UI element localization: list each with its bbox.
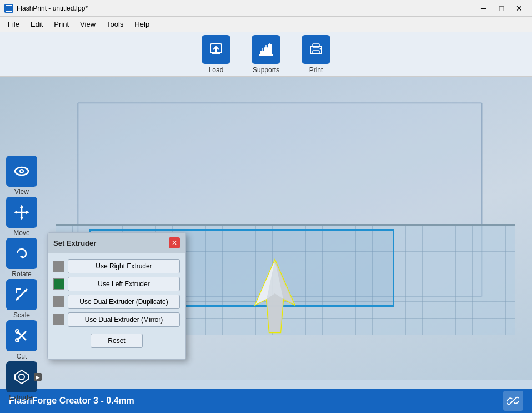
supports-label: Supports: [253, 66, 279, 74]
supports-icon: [252, 35, 280, 64]
load-icon: [202, 35, 230, 64]
load-button[interactable]: Load: [197, 35, 235, 74]
cut-button[interactable]: Cut: [2, 320, 41, 360]
svg-marker-42: [20, 205, 23, 208]
cut-label: Cut: [17, 352, 27, 360]
view-button[interactable]: View: [2, 156, 41, 196]
right-extruder-swatch: [53, 261, 64, 272]
svg-line-58: [511, 399, 515, 402]
svg-rect-6: [264, 47, 268, 55]
move-label: Move: [13, 229, 29, 237]
svg-rect-7: [268, 44, 272, 55]
menu-view[interactable]: View: [74, 18, 101, 31]
view-icon: [6, 156, 37, 187]
main-toolbar: Load Supports: [0, 32, 532, 77]
extruder-option-right: Use Right Extruder: [53, 259, 180, 273]
svg-rect-1: [6, 6, 12, 11]
dialog-body: Use Right Extruder Use Left Extruder Use…: [48, 253, 185, 354]
use-left-extruder-button[interactable]: Use Left Extruder: [68, 277, 180, 291]
svg-marker-56: [15, 370, 28, 384]
svg-point-15: [320, 48, 322, 49]
extruder-expand-icon: ▶: [34, 373, 42, 381]
app-title: FlashPrint - untitled.fpp*: [17, 4, 88, 12]
menu-edit[interactable]: Edit: [25, 18, 48, 31]
view-label: View: [14, 188, 29, 196]
extruder-button[interactable]: ▶ Extruder: [2, 361, 41, 401]
minimize-button[interactable]: ─: [475, 1, 492, 16]
use-right-extruder-button[interactable]: Use Right Extruder: [68, 259, 180, 273]
svg-marker-43: [20, 217, 23, 220]
status-bar: FlashForge Creator 3 - 0.4mm: [0, 389, 532, 413]
svg-marker-29: [267, 293, 283, 332]
mirror-extruder-swatch: [53, 314, 64, 325]
dialog-header: Set Extruder ✕: [48, 233, 185, 253]
rotate-label: Rotate: [12, 270, 31, 278]
menu-file[interactable]: File: [2, 18, 25, 31]
scale-icon: [6, 279, 37, 310]
menu-print[interactable]: Print: [48, 18, 74, 31]
dialog-title: Set Extruder: [53, 239, 96, 247]
left-extruder-swatch: [53, 278, 64, 290]
scale-button[interactable]: Scale: [2, 279, 41, 319]
reset-button[interactable]: Reset: [91, 334, 142, 348]
extruder-icon: ▶: [6, 361, 37, 392]
extruder-option-duplicate: Use Dual Extruder (Duplicate): [53, 295, 180, 309]
close-button[interactable]: ✕: [511, 1, 528, 16]
menu-bar: File Edit Print View Tools Help: [0, 17, 532, 32]
maximize-button[interactable]: □: [493, 1, 510, 16]
duplicate-extruder-swatch: [53, 296, 64, 307]
reset-row: Reset: [53, 334, 180, 348]
move-icon: [6, 197, 37, 228]
scale-label: Scale: [13, 311, 30, 319]
use-dual-extruder-duplicate-button[interactable]: Use Dual Extruder (Duplicate): [68, 295, 180, 309]
title-bar-controls: ─ □ ✕: [475, 1, 528, 16]
extruder-option-left: Use Left Extruder: [53, 277, 180, 291]
extruder-option-mirror: Use Dual Extruder (Mirror): [53, 312, 180, 327]
extruder-label: Extruder: [9, 394, 34, 401]
svg-marker-45: [26, 211, 29, 214]
menu-tools[interactable]: Tools: [101, 18, 129, 31]
supports-button[interactable]: Supports: [247, 35, 285, 74]
rotate-button[interactable]: Rotate: [2, 238, 41, 278]
print-button[interactable]: Print: [297, 35, 335, 74]
print-label: Print: [309, 66, 323, 74]
cut-icon: [6, 320, 37, 351]
svg-marker-44: [14, 211, 17, 214]
rotate-icon: [6, 238, 37, 269]
print-icon: [302, 35, 330, 64]
dialog-close-button[interactable]: ✕: [169, 237, 180, 248]
app-icon: [4, 4, 13, 13]
app-window: FlashPrint - untitled.fpp* ─ □ ✕ File Ed…: [0, 0, 532, 413]
svg-point-57: [19, 374, 24, 380]
move-button[interactable]: Move: [2, 197, 41, 237]
content-area: View Move: [0, 77, 532, 413]
title-bar: FlashPrint - untitled.fpp* ─ □ ✕: [0, 0, 532, 17]
menu-help[interactable]: Help: [129, 18, 155, 31]
svg-point-39: [21, 170, 23, 172]
use-dual-extruder-mirror-button[interactable]: Use Dual Extruder (Mirror): [68, 312, 180, 327]
title-bar-left: FlashPrint - untitled.fpp*: [4, 4, 88, 13]
left-toolbar: View Move: [0, 153, 44, 404]
load-label: Load: [209, 66, 224, 74]
svg-rect-5: [260, 51, 264, 55]
status-link-icon[interactable]: [503, 391, 523, 411]
set-extruder-dialog: Set Extruder ✕ Use Right Extruder Use Le…: [47, 232, 186, 360]
